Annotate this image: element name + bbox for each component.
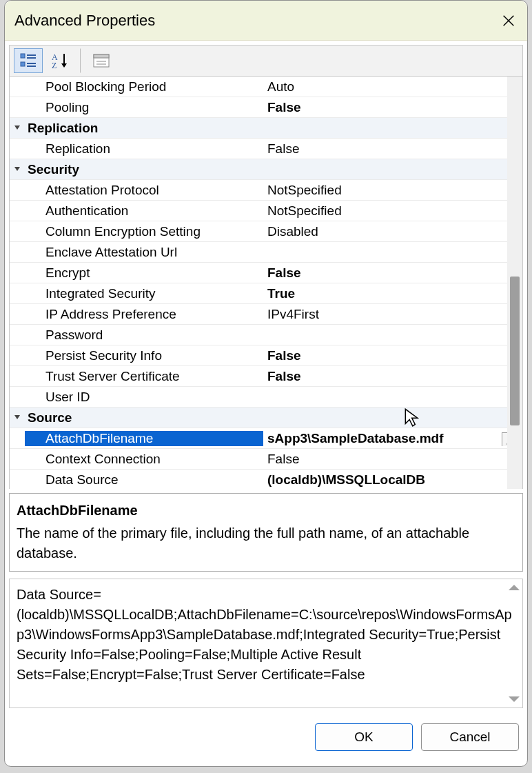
scroll-down-icon[interactable] <box>509 696 520 702</box>
property-row[interactable]: AuthenticationNotSpecified <box>10 201 522 221</box>
property-name: User ID <box>25 390 263 405</box>
chevron-down-icon[interactable] <box>10 164 25 175</box>
property-category[interactable]: Security <box>10 159 522 180</box>
property-name: Persist Security Info <box>25 348 263 363</box>
property-name: Pooling <box>25 100 263 115</box>
property-pages-button[interactable] <box>87 48 116 73</box>
svg-rect-0 <box>21 54 25 58</box>
property-name: Replication <box>25 141 263 157</box>
property-description-pane: AttachDbFilename The name of the primary… <box>9 493 523 572</box>
category-label: Replication <box>25 121 263 136</box>
chevron-down-icon[interactable] <box>10 412 25 423</box>
property-value[interactable]: (localdb)\MSSQLLocalDB <box>263 472 522 488</box>
scroll-up-icon[interactable] <box>509 585 520 590</box>
property-grid-toolbar: A Z <box>9 45 523 77</box>
property-name: Attestation Protocol <box>25 183 263 198</box>
property-value[interactable]: Disabled <box>263 224 522 239</box>
property-value[interactable]: False <box>263 369 522 384</box>
property-value[interactable]: False <box>263 141 522 157</box>
property-pages-icon <box>92 51 111 70</box>
property-name: Trust Server Certificate <box>25 369 263 384</box>
property-row[interactable]: Persist Security InfoFalse <box>10 345 522 366</box>
property-description-text: The name of the primary file, including … <box>17 523 515 563</box>
property-row[interactable]: PoolingFalse <box>10 97 522 118</box>
property-value[interactable]: True <box>263 286 522 301</box>
property-row[interactable]: AttachDbFilenamesApp3\SampleDatabase.mdf… <box>10 428 522 449</box>
property-name: Data Source <box>25 472 263 488</box>
svg-text:Z: Z <box>52 61 57 70</box>
property-row[interactable]: Context ConnectionFalse <box>10 449 522 470</box>
svg-rect-10 <box>94 54 109 58</box>
property-grid: Pool Blocking PeriodAutoPoolingFalseRepl… <box>9 77 523 489</box>
advanced-properties-dialog: Advanced Properties A Z <box>4 0 528 767</box>
property-name: IP Address Preference <box>25 307 263 322</box>
property-value[interactable]: NotSpecified <box>263 203 522 219</box>
property-name: Encrypt <box>25 265 263 281</box>
property-value[interactable]: NotSpecified <box>263 183 522 198</box>
property-row[interactable]: Pool Blocking PeriodAuto <box>10 77 522 97</box>
connection-string-box[interactable]: Data Source=(localdb)\MSSQLLocalDB;Attac… <box>9 579 523 708</box>
property-value[interactable]: sApp3\SampleDatabase.mdf... <box>263 431 522 446</box>
titlebar: Advanced Properties <box>5 1 527 41</box>
dialog-buttons: OK Cancel <box>5 716 527 766</box>
category-label: Source <box>25 410 263 425</box>
close-button[interactable] <box>500 12 518 30</box>
property-row[interactable]: Integrated SecurityTrue <box>10 283 522 304</box>
property-row[interactable]: Enclave Attestation Url <box>10 242 522 263</box>
close-icon <box>501 13 516 28</box>
property-row[interactable]: IP Address PreferenceIPv4First <box>10 304 522 325</box>
property-name: Pool Blocking Period <box>25 79 263 94</box>
property-row[interactable]: Trust Server CertificateFalse <box>10 366 522 387</box>
toolbar-separator <box>80 48 81 73</box>
ok-button[interactable]: OK <box>315 723 413 751</box>
cancel-button[interactable]: Cancel <box>421 723 519 751</box>
property-name: Context Connection <box>25 452 263 467</box>
property-row[interactable]: Data Source(localdb)\MSSQLLocalDB <box>10 470 522 489</box>
categorized-icon <box>19 51 38 70</box>
property-row[interactable]: User ID <box>10 387 522 408</box>
property-row[interactable]: Column Encryption SettingDisabled <box>10 221 522 242</box>
property-value[interactable]: False <box>263 100 522 115</box>
property-row[interactable]: Password <box>10 325 522 345</box>
property-row[interactable]: ReplicationFalse <box>10 139 522 159</box>
category-label: Security <box>25 162 263 177</box>
property-value[interactable]: False <box>263 265 522 281</box>
property-name: Integrated Security <box>25 286 263 301</box>
property-name: Password <box>25 328 263 343</box>
categorized-button[interactable] <box>14 48 43 73</box>
property-category[interactable]: Replication <box>10 118 522 139</box>
property-name: Column Encryption Setting <box>25 224 263 239</box>
property-name: Authentication <box>25 203 263 219</box>
property-value[interactable]: False <box>263 348 522 363</box>
property-row[interactable]: EncryptFalse <box>10 263 522 283</box>
alphabetical-button[interactable]: A Z <box>45 48 74 73</box>
property-name: Enclave Attestation Url <box>25 245 263 260</box>
property-value[interactable]: Auto <box>263 79 522 94</box>
scrollbar[interactable] <box>507 77 522 489</box>
chevron-down-icon[interactable] <box>10 123 25 134</box>
property-category[interactable]: Source <box>10 408 522 428</box>
connection-string-text: Data Source=(localdb)\MSSQLLocalDB;Attac… <box>17 585 515 685</box>
svg-rect-1 <box>21 62 25 66</box>
dialog-title: Advanced Properties <box>14 12 500 30</box>
property-description-name: AttachDbFilename <box>17 501 515 521</box>
property-name: AttachDbFilename <box>25 431 263 446</box>
property-row[interactable]: Attestation ProtocolNotSpecified <box>10 180 522 201</box>
property-value[interactable]: IPv4First <box>263 307 522 322</box>
scrollbar-thumb[interactable] <box>510 277 520 425</box>
property-value[interactable]: False <box>263 452 522 467</box>
alphabetical-icon: A Z <box>50 51 70 70</box>
